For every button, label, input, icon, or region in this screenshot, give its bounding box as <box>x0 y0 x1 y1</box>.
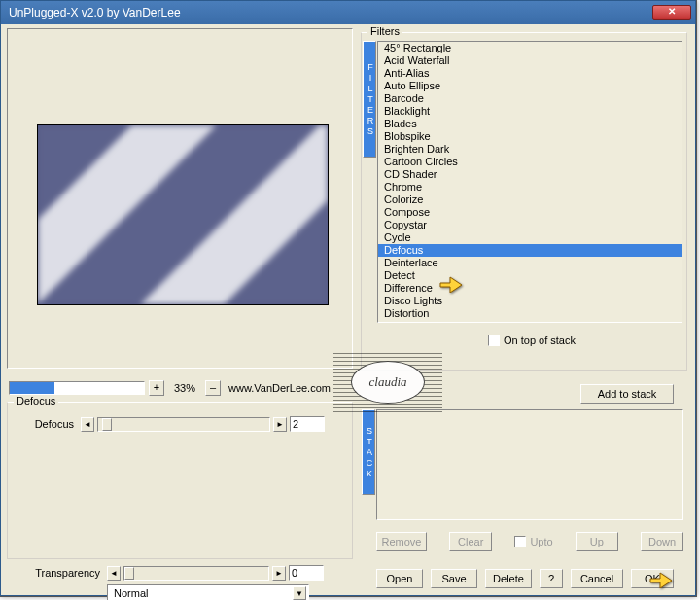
filters-listbox[interactable]: 45° RectangleAcid WaterfallAnti-AliasAut… <box>377 41 682 323</box>
titlebar[interactable]: UnPlugged-X v2.0 by VanDerLee ✕ <box>1 1 695 24</box>
filter-item[interactable]: CD Shader <box>378 168 682 181</box>
blend-mode-combo[interactable]: Normal ▼ <box>107 584 309 600</box>
upto-label: Upto <box>530 536 552 547</box>
save-button[interactable]: Save <box>431 569 477 588</box>
blend-mode-value: Normal <box>114 587 148 599</box>
blend-row: Normal ▼ <box>7 584 353 600</box>
remove-button[interactable]: Remove <box>376 532 427 551</box>
preview-panel <box>7 28 353 369</box>
defocus-group: Defocus Defocus ◄ ► <box>7 402 353 559</box>
transparency-slider[interactable] <box>123 566 269 581</box>
transparency-decrement[interactable]: ◄ <box>107 566 121 581</box>
preview-content <box>38 125 328 304</box>
filter-item[interactable]: Cartoon Circles <box>378 156 682 168</box>
defocus-label: Defocus <box>8 418 78 430</box>
clear-button[interactable]: Clear <box>449 532 492 551</box>
filters-group: Filters FILTERS 45° RectangleAcid Waterf… <box>361 32 687 371</box>
ontop-row: On top of stack <box>488 335 576 346</box>
filters-group-label: Filters <box>368 25 402 37</box>
ok-button[interactable]: OK <box>631 569 674 588</box>
dialog-window: UnPlugged-X v2.0 by VanDerLee ✕ + 33% – … <box>0 0 696 596</box>
defocus-value-input[interactable] <box>290 416 325 432</box>
up-button[interactable]: Up <box>576 532 618 551</box>
open-button[interactable]: Open <box>376 569 423 588</box>
zoom-in-button[interactable]: + <box>149 380 164 396</box>
stack-vtab[interactable]: STACK <box>362 409 375 495</box>
filter-item[interactable]: Colorize <box>378 194 682 206</box>
transparency-thumb[interactable] <box>124 567 134 580</box>
filter-item[interactable]: Detect <box>378 269 682 282</box>
add-to-stack-button[interactable]: Add to stack <box>580 384 674 404</box>
filters-vtab[interactable]: FILTERS <box>363 41 376 158</box>
transparency-increment[interactable]: ► <box>272 566 286 581</box>
cancel-button[interactable]: Cancel <box>571 569 623 588</box>
chevron-down-icon: ▼ <box>293 586 306 600</box>
ontop-label: On top of stack <box>504 335 576 346</box>
window-title: UnPlugged-X v2.0 by VanDerLee <box>9 6 181 19</box>
upto-group: Upto <box>514 532 552 551</box>
filter-item[interactable]: Barcode <box>378 92 682 105</box>
zoom-slider[interactable] <box>9 381 145 395</box>
defocus-group-label: Defocus <box>14 395 58 406</box>
down-button[interactable]: Down <box>641 532 683 551</box>
defocus-slider[interactable] <box>97 417 270 432</box>
filter-item[interactable]: Compose <box>378 206 682 219</box>
filter-item[interactable]: Cycle <box>378 231 682 244</box>
zoom-fill <box>10 382 54 394</box>
preview-image <box>37 124 329 305</box>
filter-item[interactable]: Blades <box>378 118 682 130</box>
transparency-row: Transparency ◄ ► <box>7 565 353 581</box>
vendor-url: www.VanDerLee.com <box>228 382 331 394</box>
close-button[interactable]: ✕ <box>652 5 691 20</box>
filter-item[interactable]: Brighten Dark <box>378 143 682 156</box>
filter-item[interactable]: Blobspike <box>378 130 682 143</box>
filter-item[interactable]: Deinterlace <box>378 257 682 269</box>
stack-listbox[interactable] <box>376 409 683 520</box>
help-button[interactable]: ? <box>540 569 563 588</box>
filter-item[interactable]: Acid Waterfall <box>378 54 682 67</box>
transparency-value-input[interactable] <box>289 565 324 581</box>
stack-button-row: Remove Clear Upto Up Down <box>376 532 683 551</box>
filter-item[interactable]: Auto Ellipse <box>378 80 682 92</box>
filter-item[interactable]: Copystar <box>378 219 682 231</box>
zoom-value: 33% <box>168 382 201 394</box>
delete-button[interactable]: Delete <box>485 569 532 588</box>
filter-item[interactable]: 45° Rectangle <box>378 42 682 54</box>
filter-item[interactable]: Disco Lights <box>378 295 682 307</box>
upto-checkbox[interactable] <box>514 536 526 547</box>
dialog-body: + 33% – www.VanDerLee.com Defocus Defocu… <box>1 24 695 595</box>
filter-item[interactable]: Chrome <box>378 181 682 194</box>
defocus-increment[interactable]: ► <box>273 417 287 432</box>
defocus-decrement[interactable]: ◄ <box>81 417 94 432</box>
transparency-label: Transparency <box>7 567 104 579</box>
filter-item[interactable]: Blacklight <box>378 105 682 118</box>
ontop-checkbox[interactable] <box>488 335 500 346</box>
defocus-thumb[interactable] <box>102 418 112 431</box>
filter-item[interactable]: Difference <box>378 282 682 295</box>
filter-item[interactable]: Distortion <box>378 307 682 320</box>
filter-item[interactable]: Defocus <box>378 244 682 257</box>
filter-item[interactable]: Anti-Alias <box>378 67 682 80</box>
stack-group: Add to stack STACK Remove Clear Upto Up … <box>361 378 687 555</box>
zoom-out-button[interactable]: – <box>205 380 221 396</box>
bottom-button-row: Open Save Delete ? Cancel OK <box>376 569 687 588</box>
zoom-bar: + 33% – www.VanDerLee.com <box>9 376 355 400</box>
